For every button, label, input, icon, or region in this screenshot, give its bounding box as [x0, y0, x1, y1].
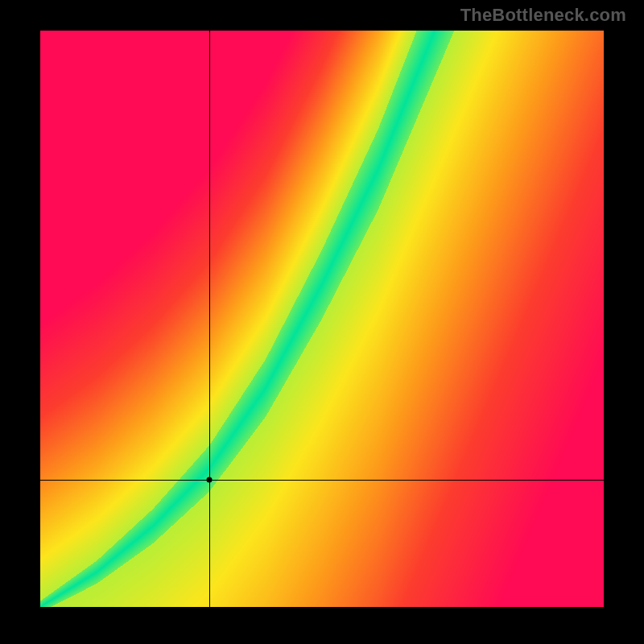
crosshair-horizontal — [40, 480, 604, 481]
watermark-label: TheBottleneck.com — [460, 5, 626, 26]
crosshair-vertical — [209, 31, 210, 607]
heatmap-plot — [40, 31, 604, 607]
marker-dot — [207, 477, 213, 483]
chart-frame: TheBottleneck.com — [0, 0, 644, 644]
heatmap-canvas — [40, 31, 604, 607]
